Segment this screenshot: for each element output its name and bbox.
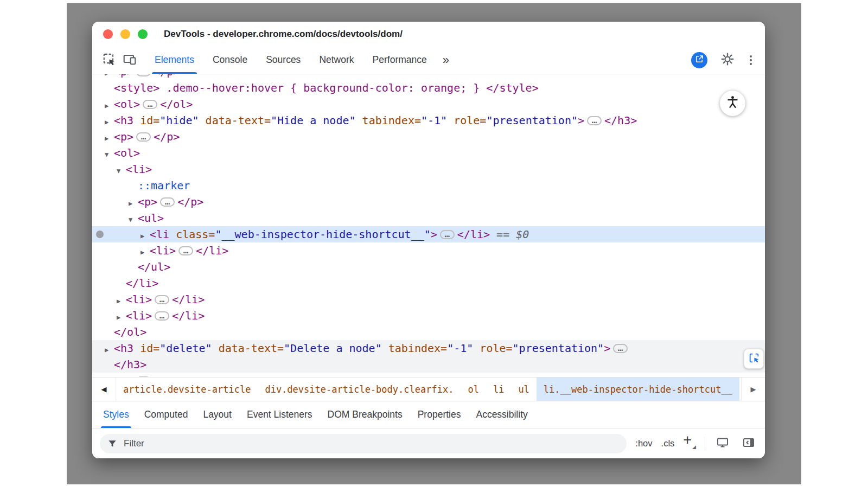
expand-children-button[interactable]: … <box>155 295 169 304</box>
breadcrumb-item[interactable]: div.devsite-article-body.clearfix. <box>258 378 461 401</box>
expand-children-button[interactable]: … <box>136 74 151 76</box>
code-pseudo: ::marker <box>138 179 190 192</box>
disclosure-triangle-icon[interactable]: ▶ <box>105 374 114 377</box>
dom-tree-row[interactable]: ▶<p>…</p> <box>92 373 765 377</box>
disclosure-triangle-icon[interactable]: ▼ <box>117 163 126 179</box>
dom-tree-row[interactable]: ::marker <box>92 177 765 194</box>
code-val: "__web-inspector-hide-shortcut__" <box>215 228 430 241</box>
code-tag: > <box>578 114 584 127</box>
devtools-window: DevTools - developer.chrome.com/docs/dev… <box>92 22 765 458</box>
dom-tree-row[interactable]: ▶<p>…</p> <box>92 74 765 80</box>
code-tag: <p> <box>138 195 157 208</box>
panel-tab-layout[interactable]: Layout <box>195 401 239 428</box>
dom-tree-row[interactable]: ▶<li>…</li> <box>92 242 765 259</box>
tab-sources[interactable]: Sources <box>257 46 310 74</box>
disclosure-triangle-icon[interactable]: ▶ <box>117 309 126 325</box>
minimize-button[interactable] <box>120 29 130 39</box>
panel-tab-dom-breakpoints[interactable]: DOM Breakpoints <box>320 401 410 428</box>
disclosure-triangle-icon[interactable]: ▶ <box>105 130 114 146</box>
zoom-button[interactable] <box>138 29 148 39</box>
dom-tree-row[interactable]: ▶<li>…</li> <box>92 308 765 324</box>
expand-children-button[interactable]: … <box>160 197 175 207</box>
dom-tree-row[interactable]: ▶<p>…</p> <box>92 129 765 145</box>
filter-input[interactable] <box>100 434 627 453</box>
dom-tree-row[interactable]: ▶<p>…</p> <box>92 194 765 210</box>
device-toolbar-icon <box>123 52 137 68</box>
code-tag: <li> <box>126 309 152 322</box>
toolbar-right-controls <box>691 46 758 74</box>
dom-tree-rows: ▶<p>…</p><style> .demo--hover:hover { ba… <box>92 74 765 377</box>
device-toolbar-button[interactable] <box>119 50 140 70</box>
accessibility-button[interactable] <box>720 91 745 116</box>
inspect-cursor-blue-icon <box>748 352 760 366</box>
panel-tab-properties[interactable]: Properties <box>410 401 469 428</box>
dom-tree-row[interactable]: <style> .demo--hover:hover { background-… <box>92 80 765 96</box>
devtools-toolbar: ElementsConsoleSourcesNetworkPerformance… <box>92 46 765 74</box>
dom-tree-row[interactable]: </ol> <box>92 324 765 340</box>
inspect-element-button[interactable] <box>99 50 119 70</box>
toggle-element-state-button[interactable]: :hov <box>635 438 652 449</box>
disclosure-triangle-icon[interactable]: ▶ <box>141 228 150 244</box>
disclosure-triangle-icon[interactable]: ▶ <box>105 342 114 358</box>
panel-tab-styles[interactable]: Styles <box>95 401 137 428</box>
accessibility-person-icon <box>725 95 740 112</box>
panel-tab-event-listeners[interactable]: Event Listeners <box>239 401 320 428</box>
breadcrumb-scroll-left-button[interactable]: ◀ <box>92 378 116 401</box>
disclosure-triangle-icon[interactable]: ▶ <box>141 244 150 260</box>
breadcrumb-item[interactable]: li <box>486 378 511 401</box>
panel-tab-accessibility[interactable]: Accessibility <box>468 401 535 428</box>
breadcrumb-item[interactable]: article.devsite-article <box>116 378 258 401</box>
new-style-rule-button[interactable]: +◢ <box>683 433 696 453</box>
dom-tree-row[interactable]: ▶<h3 id="delete" data-text="Delete a nod… <box>92 340 765 356</box>
dom-tree-row[interactable]: ▼<li> <box>92 161 765 177</box>
code-tag: > <box>604 342 610 355</box>
open-in-new-button[interactable] <box>691 52 707 68</box>
expand-children-button[interactable]: … <box>440 230 455 239</box>
tab-performance[interactable]: Performance <box>363 46 436 74</box>
dom-tree-row[interactable]: ▼<ol> <box>92 145 765 161</box>
breadcrumb-item[interactable]: ul <box>511 378 536 401</box>
dom-tree-row[interactable]: </li> <box>92 275 765 291</box>
dom-tree-row[interactable]: ▶<h3 id="hide" data-text="Hide a node" t… <box>92 112 765 129</box>
dom-tree-row[interactable]: ▶<li class="__web-inspector-hide-shortcu… <box>92 226 765 242</box>
toggle-sidebar-button[interactable] <box>740 435 757 452</box>
toggle-classes-button[interactable]: .cls <box>661 438 675 449</box>
breadcrumb-item[interactable]: li.__web-inspector-hide-shortcut__ <box>537 378 739 401</box>
disclosure-triangle-icon[interactable]: ▼ <box>105 146 114 163</box>
gear-icon <box>720 52 735 68</box>
code-tag: <style> <box>114 81 159 94</box>
tab-console[interactable]: Console <box>203 46 257 74</box>
tab-elements[interactable]: Elements <box>145 46 203 74</box>
disclosure-triangle-icon[interactable]: ▼ <box>129 212 138 228</box>
expand-children-button[interactable]: … <box>136 376 151 377</box>
dom-tree-row[interactable]: </ul> <box>92 259 765 275</box>
rendering-emulations-button[interactable] <box>714 435 731 452</box>
code-tag: <p> <box>114 374 133 377</box>
expand-children-button[interactable]: … <box>136 132 151 142</box>
expand-children-button[interactable]: … <box>178 246 193 255</box>
dom-tree-row[interactable]: </h3> <box>92 356 765 373</box>
breadcrumb-item[interactable]: ol <box>461 378 486 401</box>
expand-children-button[interactable]: … <box>613 344 628 353</box>
dom-tree-row[interactable]: ▶<ol>…</ol> <box>92 96 765 112</box>
code-tag: </li> <box>172 293 205 306</box>
disclosure-triangle-icon[interactable]: ▶ <box>117 293 126 309</box>
code-tag: </ul> <box>138 260 170 273</box>
floating-inspect-button[interactable] <box>744 349 764 369</box>
settings-button[interactable] <box>717 50 738 70</box>
disclosure-triangle-icon[interactable]: ▶ <box>129 195 138 212</box>
panel-tab-computed[interactable]: Computed <box>137 401 196 428</box>
tab-network[interactable]: Network <box>310 46 363 74</box>
close-button[interactable] <box>103 29 113 39</box>
disclosure-triangle-icon[interactable]: ▶ <box>105 98 114 114</box>
expand-children-button[interactable]: … <box>587 116 602 125</box>
dom-tree-row[interactable]: ▶<li>…</li> <box>92 291 765 308</box>
more-tabs-button[interactable]: » <box>436 46 456 74</box>
breadcrumb-scroll-right-button[interactable]: ▶ <box>741 378 765 401</box>
new-style-rule-caret-icon: ◢ <box>692 440 696 453</box>
expand-children-button[interactable]: … <box>143 100 157 109</box>
expand-children-button[interactable]: … <box>155 311 169 321</box>
disclosure-triangle-icon[interactable]: ▶ <box>105 114 114 130</box>
dom-tree-row[interactable]: ▼<ul> <box>92 210 765 226</box>
customize-devtools-button[interactable] <box>748 53 754 67</box>
